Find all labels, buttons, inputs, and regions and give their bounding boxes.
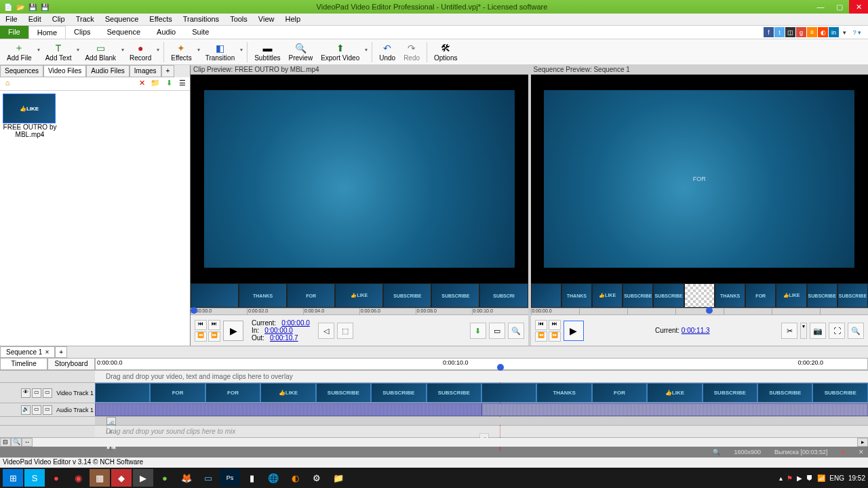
tab-suite[interactable]: Suite [184, 26, 217, 39]
timeline-tab[interactable]: Timeline [0, 358, 47, 370]
track-fx-icon[interactable]: ▭ [32, 388, 41, 398]
delete-icon[interactable]: ✕ [136, 79, 148, 89]
clip-current-time[interactable]: 0:00:00.0 [281, 319, 310, 327]
taskbar-explorer[interactable]: 📁 [328, 469, 349, 487]
zoom-fit-icon[interactable]: ↔ [22, 438, 33, 447]
minimize-button[interactable]: — [811, 0, 830, 14]
fullscreen-button[interactable]: ⛶ [829, 323, 845, 339]
filetab-add[interactable]: + [161, 65, 175, 77]
timeline-clip[interactable]: SUBSCRIBE [371, 383, 426, 403]
open-file-icon[interactable]: 📂 [15, 1, 26, 12]
tray-flag-icon[interactable]: ⚑ [787, 474, 793, 482]
overlay-button[interactable]: ▭ [489, 323, 505, 339]
taskbar-app[interactable]: ▦ [90, 469, 110, 487]
menu-effects[interactable]: Effects [144, 14, 177, 25]
seq-back-button[interactable]: ⏪ [535, 331, 547, 342]
stumble-icon[interactable]: ◐ [818, 27, 828, 37]
seq-start-button[interactable]: ⏮ [535, 320, 547, 330]
tray-network-icon[interactable]: 📶 [817, 474, 825, 482]
add-file-button[interactable]: ＋Add File▾ [3, 41, 41, 62]
googleplus-icon[interactable]: g [796, 27, 806, 37]
tab-file[interactable]: File [0, 26, 28, 39]
prev-back-button[interactable]: ⏪ [195, 331, 207, 342]
folder-icon[interactable]: 📁 [149, 79, 161, 89]
clip-in-time[interactable]: 0:00:00.0 [264, 327, 293, 334]
menu-sequence[interactable]: Sequence [100, 14, 144, 25]
snapshot-button[interactable]: 📷 [810, 323, 826, 339]
mark-in-button[interactable]: ◁ [318, 323, 334, 339]
effects-button[interactable]: ✦Effects▾ [167, 41, 201, 62]
taskbar-cmd[interactable]: ▮ [241, 469, 262, 487]
twitter-icon[interactable]: t [774, 27, 785, 37]
taskbar-app[interactable]: ◐ [285, 469, 305, 487]
scroll-right-icon[interactable]: ▸ [857, 438, 868, 447]
redo-button[interactable]: ↷Redo [399, 41, 424, 62]
filetab-video[interactable]: Video Files [43, 65, 86, 77]
audio-fx-icon[interactable]: ▭ [32, 405, 41, 415]
audio-clip[interactable] [481, 403, 868, 416]
zoom-out-icon[interactable]: ⊟ [0, 438, 11, 447]
split-button[interactable]: ⬚ [337, 323, 353, 339]
tray-play-icon[interactable]: ▶ [797, 474, 802, 482]
home-icon[interactable]: ⌂ [1, 79, 14, 89]
timeline-clip[interactable]: 👍LIKE [260, 383, 315, 403]
record-button[interactable]: ●Record▾ [125, 41, 161, 62]
timeline-clip[interactable]: SUBSCRIBE [427, 383, 481, 403]
menu-view[interactable]: View [253, 14, 280, 25]
menu-help[interactable]: Help [279, 14, 306, 25]
record-status-icon[interactable]: ● [842, 449, 845, 455]
clip-playhead[interactable] [191, 307, 197, 314]
seq-current-time[interactable]: 0:00:11.3 [682, 327, 710, 334]
timeline-ruler[interactable]: 0:00:00.0 0:00:10.0 0:00:20.0 [95, 358, 868, 370]
seq-play-button[interactable]: ▶ [564, 321, 584, 341]
close-button[interactable]: ✕ [849, 0, 868, 14]
audio-clip[interactable] [95, 403, 481, 416]
status-close-icon[interactable]: ✕ [859, 449, 864, 455]
timeline-clip[interactable]: FOR [205, 383, 260, 403]
add-sequence-button[interactable]: + [55, 346, 67, 358]
tray-shield-icon[interactable]: ⛊ [806, 474, 813, 482]
facebook-icon[interactable]: f [764, 27, 774, 37]
filetab-sequences[interactable]: Sequences [0, 65, 43, 77]
menu-track[interactable]: Track [71, 14, 100, 25]
prev-step-fwd-button[interactable]: ⏭ [208, 320, 220, 330]
options-button[interactable]: 🛠Options [430, 41, 461, 62]
menu-tools[interactable]: Tools [224, 14, 253, 25]
preview-button[interactable]: 🔍Preview [285, 41, 317, 62]
taskbar-app[interactable]: ◉ [68, 469, 88, 487]
timeline-playhead[interactable] [497, 364, 504, 371]
add-text-button[interactable]: TAdd Text▾ [41, 41, 81, 62]
clip-filmstrip[interactable]: THANKS FOR 👍LIKE SUBSCRIBE SUBSCRIBE SUB… [191, 283, 528, 308]
taskbar-skype[interactable]: S [24, 469, 45, 487]
subtitles-button[interactable]: ▬Subtitles [250, 41, 284, 62]
download-icon[interactable]: ⬇ [163, 79, 175, 89]
taskbar-firefox[interactable]: 🦊 [176, 469, 197, 487]
transition-button[interactable]: ◧Transition▾ [201, 41, 245, 62]
storyboard-tab[interactable]: Storyboard [47, 358, 95, 370]
share-icon[interactable]: ◫ [785, 27, 795, 37]
sound-hint[interactable]: Drag and drop your sound clips here to m… [95, 426, 868, 437]
zoom-button[interactable]: 🔍 [508, 323, 524, 339]
taskbar-record[interactable]: ● [46, 469, 66, 487]
tab-clips[interactable]: Clips [66, 26, 98, 39]
prev-start-button[interactable]: ⏮ [195, 320, 207, 330]
tray-time[interactable]: 19:52 [848, 474, 865, 482]
blogger-icon[interactable]: B [807, 27, 817, 37]
timeline-clip[interactable]: SUBSCRIBE [812, 383, 867, 403]
taskbar-steam[interactable]: ⚙ [307, 469, 327, 487]
help-icon[interactable]: ? ▾ [850, 27, 864, 37]
menu-clip[interactable]: Clip [47, 14, 71, 25]
close-tab-icon[interactable]: × [45, 348, 49, 356]
menu-file[interactable]: File [0, 14, 23, 25]
add-blank-button[interactable]: ▭Add Blank▾ [81, 41, 125, 62]
overlay-hint[interactable]: Drag and drop your video, text and image… [95, 371, 868, 382]
timeline-clip[interactable]: SUBSCRIBE [703, 383, 757, 403]
tab-home[interactable]: Home [28, 26, 66, 39]
taskbar-chrome[interactable]: 🌐 [263, 469, 283, 487]
tab-sequence[interactable]: Sequence [99, 26, 149, 39]
list-view-icon[interactable]: ☰ [176, 79, 189, 89]
timeline-clip[interactable]: SUBSCRIBE [757, 383, 812, 403]
filetab-images[interactable]: Images [130, 65, 161, 77]
clip-out-time[interactable]: 0:00:10.7 [270, 334, 298, 342]
maximize-button[interactable]: ▢ [830, 0, 849, 14]
